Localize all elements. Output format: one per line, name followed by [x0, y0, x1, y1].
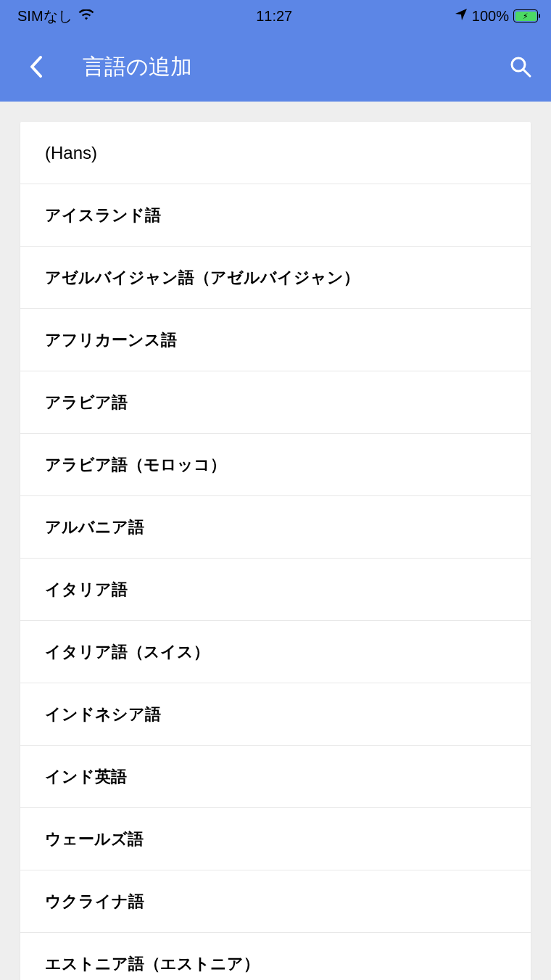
status-bar: SIMなし 11:27 100% ⚡︎ — [0, 0, 551, 32]
battery-percentage: 100% — [472, 8, 509, 25]
svg-line-1 — [523, 70, 530, 76]
language-item[interactable]: ウクライナ語 — [20, 870, 531, 933]
search-icon — [509, 55, 532, 78]
language-item[interactable]: アゼルバイジャン語（アゼルバイジャン） — [20, 247, 531, 309]
status-right: 100% ⚡︎ — [455, 8, 538, 25]
language-item[interactable]: アラビア語（モロッコ） — [20, 434, 531, 496]
search-button[interactable] — [509, 55, 532, 78]
language-item[interactable]: イタリア語 — [20, 559, 531, 621]
status-left: SIMなし — [17, 7, 94, 26]
status-time: 11:27 — [256, 8, 292, 25]
wifi-icon — [78, 8, 94, 25]
nav-bar: 言語の追加 — [0, 32, 551, 102]
language-item[interactable]: エストニア語（エストニア） — [20, 933, 531, 980]
language-item[interactable]: アイスランド語 — [20, 184, 531, 247]
language-item[interactable]: インド英語 — [20, 746, 531, 808]
language-item[interactable]: インドネシア語 — [20, 683, 531, 746]
back-button[interactable] — [22, 52, 51, 81]
location-icon — [455, 8, 468, 25]
language-list: (Hans) アイスランド語 アゼルバイジャン語（アゼルバイジャン） アフリカー… — [20, 122, 531, 980]
language-item[interactable]: アルバニア語 — [20, 496, 531, 559]
language-item[interactable]: イタリア語（スイス） — [20, 621, 531, 683]
language-item[interactable]: (Hans) — [20, 122, 531, 184]
content-area: (Hans) アイスランド語 アゼルバイジャン語（アゼルバイジャン） アフリカー… — [0, 102, 551, 980]
page-title: 言語の追加 — [83, 52, 192, 82]
carrier-label: SIMなし — [17, 7, 72, 26]
language-item[interactable]: アフリカーンス語 — [20, 309, 531, 371]
battery-icon: ⚡︎ — [513, 9, 538, 22]
language-item[interactable]: ウェールズ語 — [20, 808, 531, 870]
language-item[interactable]: アラビア語 — [20, 371, 531, 434]
chevron-left-icon — [30, 56, 43, 78]
